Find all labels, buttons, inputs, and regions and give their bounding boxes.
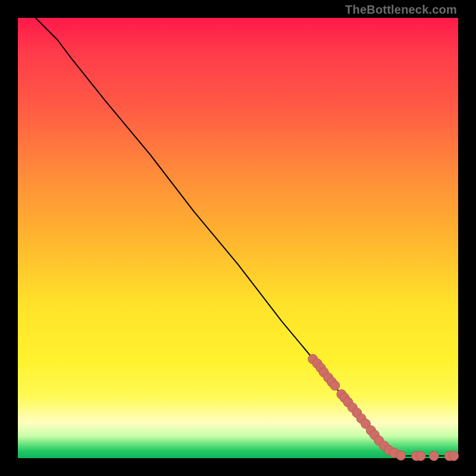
plot-area <box>18 18 458 458</box>
chart-svg <box>18 18 458 458</box>
curve-line <box>36 18 458 456</box>
data-dot <box>416 451 425 461</box>
attribution-text: TheBottleneck.com <box>345 4 457 15</box>
chart-stage: TheBottleneck.com <box>0 0 476 476</box>
data-dot <box>396 451 406 461</box>
data-dots <box>308 355 459 461</box>
bottleneck-curve <box>36 18 458 456</box>
data-dot <box>429 451 439 461</box>
data-dot <box>330 381 340 390</box>
data-dot <box>449 451 459 461</box>
